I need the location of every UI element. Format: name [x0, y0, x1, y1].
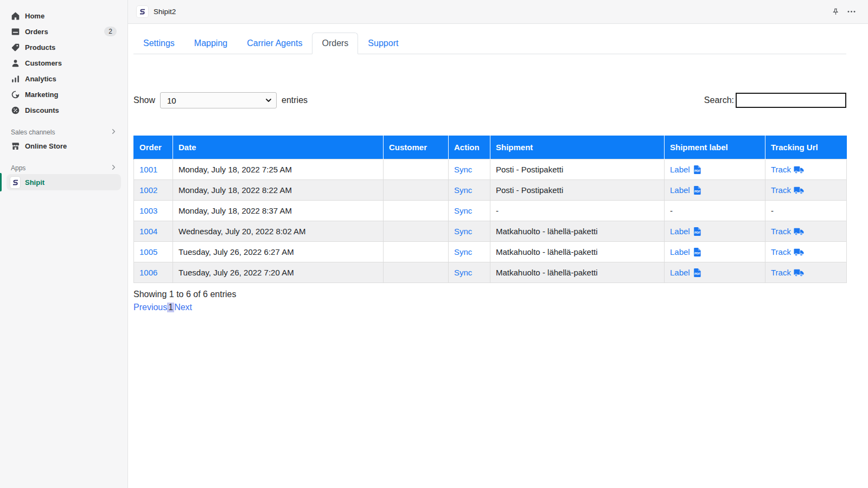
sync-link[interactable]: Sync: [454, 165, 472, 174]
tab-link-support[interactable]: Support: [358, 33, 408, 54]
sidebar-item-label: Customers: [25, 59, 117, 67]
orders-datatable: Show 10 entries Search:: [133, 92, 846, 312]
sidebar-item-label: Online Store: [25, 142, 117, 150]
sidebar-item-label: Orders: [25, 28, 99, 36]
sidebar-item-label: Products: [25, 43, 117, 52]
analytics-icon: [10, 74, 20, 84]
order-link[interactable]: 1004: [139, 227, 157, 236]
pdf-file-icon: PDF: [690, 185, 701, 195]
table-row: 1005Tuesday, July 26, 2022 6:27 AMSyncMa…: [134, 242, 847, 262]
table-row: 1001Monday, July 18, 2022 7:25 AMSyncPos…: [134, 159, 847, 180]
customer-cell: [384, 180, 449, 201]
sidebar-item-orders[interactable]: Orders2: [7, 24, 121, 39]
section-header-sales-channels[interactable]: Sales channels: [7, 129, 121, 136]
app-header: Shipit2: [128, 0, 868, 24]
sidebar-item-online-store[interactable]: Online Store: [7, 138, 121, 153]
search-input[interactable]: [736, 93, 846, 108]
table-info: Showing 1 to 6 of 6 entries: [133, 290, 846, 299]
sidebar-item-label: Discounts: [25, 106, 117, 114]
truck-icon: [791, 268, 804, 277]
order-link[interactable]: 1002: [139, 185, 157, 195]
more-options-icon[interactable]: [847, 7, 856, 16]
customers-icon: [10, 59, 20, 68]
order-link[interactable]: 1005: [139, 247, 157, 256]
page-length-select[interactable]: 10: [160, 92, 277, 108]
sidebar-nav: HomeOrders2ProductsCustomersAnalyticsMar…: [0, 8, 127, 190]
sidebar-item-home[interactable]: Home: [7, 8, 121, 23]
pdf-file-icon: PDF: [690, 227, 701, 236]
order-date: Wednesday, July 20, 2022 8:02 AM: [173, 221, 384, 242]
column-header-shipment: Shipment: [490, 136, 665, 159]
table-controls: Show 10 entries Search:: [133, 92, 846, 108]
current-page-button[interactable]: 1: [167, 303, 174, 312]
truck-icon: [791, 227, 804, 236]
pin-icon[interactable]: [829, 8, 838, 16]
svg-text:PDF: PDF: [694, 231, 701, 234]
tracking-link[interactable]: Track: [771, 268, 804, 277]
tab-mapping: Mapping: [184, 33, 237, 54]
sidebar: HomeOrders2ProductsCustomersAnalyticsMar…: [0, 0, 128, 488]
customer-cell: [384, 262, 449, 283]
order-link[interactable]: 1001: [139, 165, 157, 174]
pagination: Previous 1 Next: [133, 303, 846, 312]
order-link[interactable]: 1003: [139, 206, 157, 215]
tab-link-settings[interactable]: Settings: [133, 33, 184, 54]
tracking-link[interactable]: Track: [771, 165, 804, 174]
shipment-label-link[interactable]: LabelPDF: [670, 227, 701, 236]
svg-text:PDF: PDF: [694, 252, 701, 255]
search-control: Search:: [704, 93, 846, 108]
column-header-action: Action: [449, 136, 490, 159]
tab-link-orders[interactable]: Orders: [312, 33, 358, 54]
tracking-link[interactable]: Track: [771, 185, 804, 195]
sync-link[interactable]: Sync: [454, 206, 472, 215]
column-header-customer: Customer: [384, 136, 449, 159]
table-header-row: OrderDateCustomerActionShipmentShipment …: [134, 136, 847, 159]
tab-link-mapping[interactable]: Mapping: [184, 33, 237, 54]
sync-link[interactable]: Sync: [454, 268, 472, 277]
column-header-shipment-label: Shipment label: [665, 136, 765, 159]
app-icon-tile: [10, 177, 20, 188]
tracking-link[interactable]: Track: [771, 227, 804, 236]
tab-support: Support: [358, 33, 408, 54]
shipment-label-link[interactable]: LabelPDF: [670, 185, 701, 195]
column-header-order: Order: [134, 136, 173, 159]
svg-text:PDF: PDF: [694, 272, 701, 275]
shipment-label-link[interactable]: LabelPDF: [670, 247, 701, 256]
shipment-label-link[interactable]: LabelPDF: [670, 268, 701, 277]
svg-text:PDF: PDF: [694, 169, 701, 172]
sync-link[interactable]: Sync: [454, 185, 472, 195]
shipment-label-link[interactable]: LabelPDF: [670, 165, 701, 174]
sidebar-item-discounts[interactable]: Discounts: [7, 102, 121, 118]
order-link[interactable]: 1006: [139, 268, 157, 277]
shipment-label-cell: -: [665, 201, 765, 221]
chevron-right-icon: [111, 164, 117, 172]
sidebar-item-shipit[interactable]: Shipit: [7, 174, 121, 190]
next-page-link[interactable]: Next: [174, 303, 192, 312]
section-header-apps[interactable]: Apps: [7, 164, 121, 172]
chevron-right-icon: [111, 129, 117, 136]
tab-link-carrier-agents[interactable]: Carrier Agents: [237, 33, 312, 54]
section-label: Apps: [11, 164, 25, 172]
shipment-cell: Matkahuolto - lähellä-paketti: [490, 262, 665, 283]
truck-icon: [791, 185, 804, 195]
marketing-icon: [10, 90, 20, 99]
sidebar-item-products[interactable]: Products: [7, 40, 121, 55]
shipit-logo-icon: [10, 177, 20, 188]
sidebar-item-customers[interactable]: Customers: [7, 55, 121, 70]
app-root: HomeOrders2ProductsCustomersAnalyticsMar…: [0, 0, 868, 488]
sidebar-item-analytics[interactable]: Analytics: [7, 71, 121, 86]
sync-link[interactable]: Sync: [454, 247, 472, 256]
customer-cell: [384, 221, 449, 242]
table-row: 1006Tuesday, July 26, 2022 7:20 AMSyncMa…: [134, 262, 847, 283]
pdf-file-icon: PDF: [690, 247, 701, 256]
previous-page-link[interactable]: Previous: [133, 303, 167, 312]
sidebar-item-marketing[interactable]: Marketing: [7, 87, 121, 102]
sidebar-item-label: Analytics: [25, 75, 117, 83]
sync-link[interactable]: Sync: [454, 227, 472, 236]
tab-orders: Orders: [312, 33, 358, 54]
app-header-actions: [829, 7, 856, 16]
tab-carrier-agents: Carrier Agents: [237, 33, 312, 54]
tracking-link[interactable]: Track: [771, 247, 804, 256]
customer-cell: [384, 242, 449, 262]
search-label: Search:: [704, 95, 734, 105]
